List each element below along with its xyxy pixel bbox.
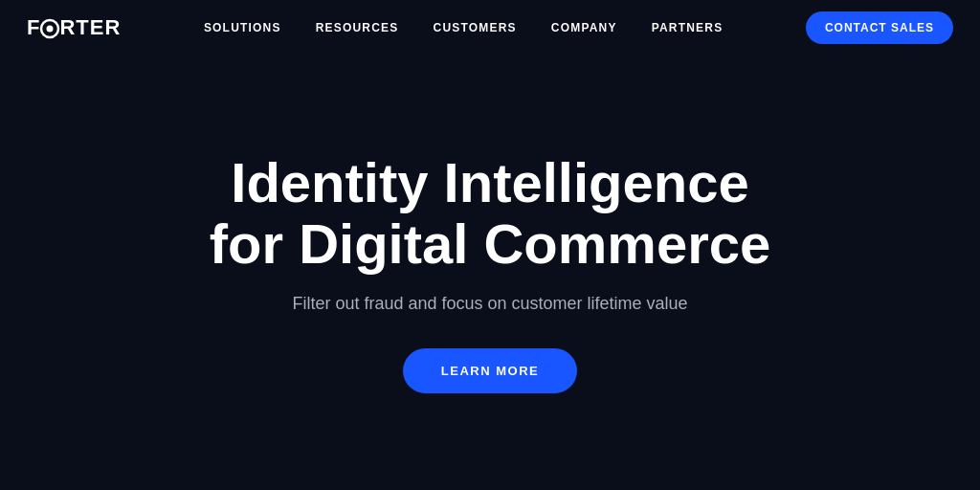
svg-point-1: [47, 26, 54, 33]
nav-item-customers[interactable]: CUSTOMERS: [434, 21, 517, 34]
logo[interactable]: F RTER: [27, 15, 121, 40]
hero-title: Identity Intelligence for Digital Commer…: [210, 152, 771, 275]
nav-item-resources[interactable]: RESOURCES: [316, 21, 399, 34]
nav-item-solutions[interactable]: SOLUTIONS: [204, 21, 281, 34]
nav-item-company[interactable]: COMPANY: [551, 21, 617, 34]
main-nav: SOLUTIONS RESOURCES CUSTOMERS COMPANY PA…: [204, 21, 723, 34]
hero-subtitle: Filter out fraud and focus on customer l…: [292, 294, 687, 314]
header: F RTER SOLUTIONS RESOURCES CUSTOMERS COM…: [0, 0, 980, 56]
learn-more-button[interactable]: LEARN MORE: [403, 348, 577, 393]
logo-text: F RTER: [27, 15, 121, 40]
logo-o-icon: [39, 18, 60, 39]
contact-sales-button[interactable]: CONTACT SALES: [806, 11, 953, 44]
nav-item-partners[interactable]: PARTNERS: [652, 21, 724, 34]
hero-section: Identity Intelligence for Digital Commer…: [0, 0, 980, 490]
